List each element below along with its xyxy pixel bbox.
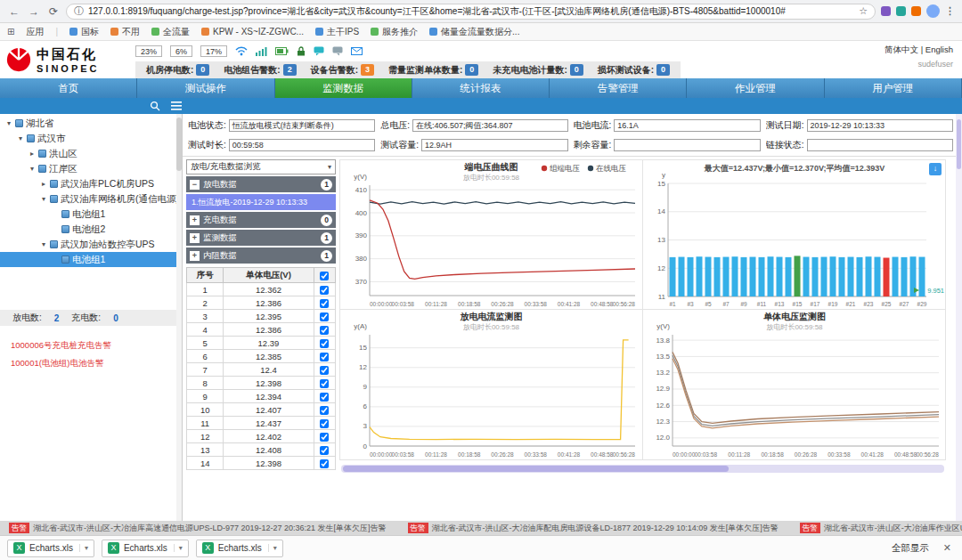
export-icon[interactable]: ↓ — [929, 163, 942, 175]
back-button[interactable]: ← — [7, 5, 21, 18]
profile-avatar[interactable] — [926, 4, 940, 18]
browser-menu-icon[interactable]: ⋮ — [945, 5, 955, 17]
tree-node[interactable]: ▾江岸区 — [0, 161, 182, 176]
row-checkbox[interactable] — [320, 286, 329, 295]
row-checkbox[interactable] — [320, 353, 329, 361]
field-input[interactable] — [807, 139, 953, 151]
row-checkbox[interactable] — [320, 459, 329, 468]
search-icon[interactable] — [150, 101, 160, 111]
nav-tab[interactable]: 首页 — [0, 78, 137, 98]
download-item[interactable]: XEcharts.xls▾ — [102, 540, 189, 557]
row-checkbox[interactable] — [320, 326, 329, 335]
list-menu-icon[interactable] — [171, 101, 182, 110]
accordion-section[interactable]: −放电数据1 — [186, 176, 336, 192]
apps-label[interactable]: 应用 — [26, 26, 44, 38]
accordion-section[interactable]: +充电数据0 — [186, 212, 336, 228]
download-item[interactable]: XEcharts.xls▾ — [196, 540, 283, 557]
tree-node[interactable]: ▾武汉加油站数控亭UPS — [0, 237, 182, 252]
tree-node[interactable]: 电池组2 — [0, 222, 182, 237]
horizontal-scrollbar[interactable] — [341, 465, 944, 473]
alarm-link[interactable]: 100001(电池组)电池告警 — [11, 358, 182, 369]
tree-node[interactable]: 电池组1 — [0, 252, 182, 267]
nav-tab[interactable]: 测试操作 — [137, 78, 274, 98]
chevron-right-icon[interactable]: ▸ — [29, 150, 36, 158]
bookmark-star-icon[interactable]: ☆ — [859, 5, 868, 17]
chevron-down-icon[interactable]: ▾ — [79, 544, 88, 552]
bookmark-item[interactable]: 主干IPS — [315, 26, 359, 38]
field-input[interactable]: 恒流放电模式(结束判断条件) — [229, 119, 375, 132]
apps-grid-icon[interactable]: ⊞ — [7, 27, 14, 37]
close-icon[interactable]: ✕ — [943, 542, 951, 554]
horizontal-scrollbar-thumb[interactable] — [343, 466, 729, 472]
extension-icon[interactable] — [881, 6, 891, 16]
chevron-down-icon[interactable]: ▾ — [5, 119, 12, 127]
tree-node[interactable]: ▾武汉市 — [0, 131, 182, 146]
language-switch[interactable]: 简体中文 | English — [885, 45, 953, 56]
tree-node[interactable]: ▸洪山区 — [0, 146, 182, 161]
field-input[interactable] — [614, 139, 760, 151]
row-checkbox[interactable] — [320, 446, 329, 455]
bookmark-item[interactable]: 全流量 — [151, 26, 190, 38]
field-input[interactable]: 00:59:58 — [229, 139, 375, 151]
cell-voltage: 12.39 — [224, 337, 314, 350]
forward-button[interactable]: → — [27, 5, 41, 18]
bookmark-item[interactable]: 服务推介 — [371, 26, 418, 38]
refresh-button[interactable]: ⟳ — [46, 5, 61, 18]
nav-tab[interactable]: 用户管理 — [825, 78, 962, 98]
field-input[interactable]: 16.1A — [614, 119, 760, 132]
expand-icon[interactable]: + — [190, 215, 200, 225]
tree-node[interactable]: ▸武汉油库PLC机房UPS — [0, 176, 182, 191]
nav-tab[interactable]: 作业管理 — [687, 78, 824, 98]
row-checkbox[interactable] — [320, 299, 329, 308]
chevron-down-icon[interactable]: ▾ — [268, 544, 277, 552]
field-input[interactable]: 12.9AH — [421, 139, 567, 151]
record-item[interactable]: 1.恒流放电-2019-12-29 10:13:33 — [186, 194, 336, 210]
bookmark-item[interactable]: 国标 — [69, 26, 99, 38]
expand-icon[interactable]: + — [190, 251, 200, 261]
bookmark-item[interactable]: KPW - XS~IZ-ZGWC... — [201, 26, 304, 38]
chevron-down-icon[interactable]: ▾ — [174, 544, 183, 552]
data-browse-dropdown[interactable]: 放电/充电数据浏览 ▾ — [186, 159, 336, 174]
chevron-down-icon[interactable]: ▾ — [40, 195, 47, 203]
accordion-section[interactable]: +内阻数据1 — [186, 248, 336, 264]
address-bar[interactable]: ⓘ 127.0.0.1:8919/fuquang/charge-test.jsp… — [66, 4, 876, 20]
row-checkbox[interactable] — [320, 419, 329, 428]
nav-tab[interactable]: 告警管理 — [550, 78, 687, 98]
tree-node[interactable]: 电池组1 — [0, 207, 182, 222]
row-checkbox[interactable] — [320, 312, 329, 321]
tree-node[interactable]: ▾湖北省 — [0, 116, 182, 131]
accordion-section[interactable]: +监测数据1 — [186, 230, 336, 246]
nav-tab[interactable]: 统计报表 — [412, 78, 550, 98]
chevron-down-icon[interactable]: ▾ — [29, 165, 36, 173]
show-all-downloads[interactable]: 全部显示 — [892, 542, 929, 555]
bookmark-item[interactable]: 储量金流量数据分... — [429, 26, 519, 38]
row-checkbox[interactable] — [320, 406, 329, 415]
alarm-link[interactable]: 1000006号充电桩充电告警 — [11, 340, 182, 352]
vertical-scrollbar-thumb[interactable] — [957, 119, 961, 169]
select-all-checkbox[interactable] — [320, 272, 329, 280]
chevron-down-icon[interactable]: ▾ — [40, 240, 47, 248]
chevron-down-icon[interactable]: ▾ — [17, 134, 24, 142]
extension-icon[interactable] — [896, 6, 906, 16]
row-checkbox[interactable] — [320, 339, 329, 348]
bookmark-item[interactable]: 不用 — [110, 26, 140, 38]
panel-sections: −放电数据11.恒流放电-2019-12-29 10:13:33+充电数据0+监… — [186, 176, 336, 264]
nav-tab[interactable]: 监测数据 — [275, 78, 412, 98]
sidebar-scrollbar-thumb[interactable] — [176, 118, 182, 171]
row-checkbox[interactable] — [320, 393, 329, 402]
tree-node[interactable]: ▾武汉油库网络机房(通信电源) — [0, 191, 182, 207]
collapse-icon[interactable]: − — [190, 180, 200, 190]
sidebar-scrollbar[interactable] — [176, 114, 182, 521]
field-input[interactable]: 在线:406.507;阀值:364.807 — [412, 119, 567, 132]
download-item[interactable]: XEcharts.xls▾ — [7, 540, 94, 557]
row-checkbox[interactable] — [320, 433, 329, 442]
row-checkbox[interactable] — [320, 379, 329, 388]
chevron-right-icon[interactable]: ▸ — [40, 180, 47, 188]
extension-icon[interactable] — [911, 6, 921, 16]
field-input[interactable]: 2019-12-29 10:13:33 — [807, 119, 953, 132]
info-icon[interactable]: ⓘ — [74, 4, 84, 18]
row-checkbox[interactable] — [320, 366, 329, 375]
expand-icon[interactable]: + — [190, 233, 200, 243]
vertical-scrollbar[interactable] — [956, 114, 962, 521]
tree-node-label: 江岸区 — [49, 163, 77, 175]
